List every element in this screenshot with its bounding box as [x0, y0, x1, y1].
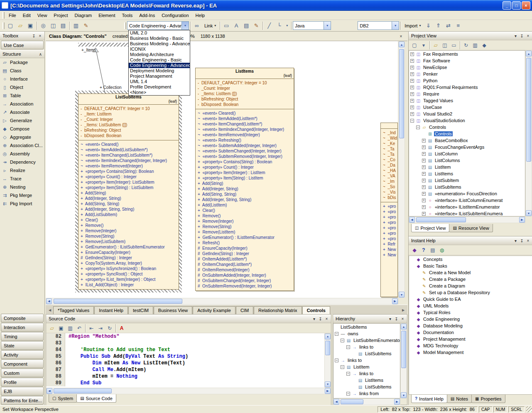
expand-icon[interactable]: +	[410, 72, 414, 76]
project-view-menu-button[interactable]: ▾	[512, 33, 519, 39]
project-node-visual-studio2[interactable]: +◫Visual Studio2	[409, 111, 525, 117]
project-node-tagged-values[interactable]: +◫Tagged Values	[409, 97, 525, 104]
class-box-partial[interactable]: ~ _Ind~ _Wid~ _Ke~ _Ta~ _Ta~ _Co~ _Da~ _…	[380, 123, 398, 297]
expand-icon[interactable]: +	[422, 159, 426, 162]
menu-element[interactable]: Element	[95, 12, 118, 19]
class-box-listitems[interactable]: ListItems{leaf}- DEFAULT_CAPACITY: Integ…	[195, 68, 294, 291]
export-code-button[interactable]: ⇑	[433, 21, 443, 30]
project-node-fax-requirments[interactable]: +◫Fax Requirments	[409, 51, 525, 57]
project-node-listcolumns[interactable]: +▤ListColumns	[409, 157, 525, 164]
project-node-neweclipse[interactable]: +◫NewEclipse	[409, 64, 525, 71]
project-node-penker[interactable]: +◫Penker	[409, 71, 525, 77]
scroll-down-button[interactable]: ▼	[399, 292, 405, 297]
toolbox-item-class[interactable]: ▤Class	[0, 66, 44, 75]
refresh-source-button[interactable]: ↻	[105, 324, 114, 332]
expand-icon[interactable]: +	[422, 185, 426, 189]
hierarchy-node-links-to[interactable]: −→links to	[333, 344, 400, 350]
expand-icon[interactable]: +	[422, 192, 426, 196]
diagram-vertical-scrollbar[interactable]: ▲▼	[398, 41, 405, 298]
diagram-horizontal-scrollbar[interactable]: ◀▶	[46, 298, 398, 305]
help-item-database-modeling[interactable]: ◆Database Modeling	[409, 322, 532, 329]
menu-configuration[interactable]: Configuration	[158, 12, 192, 19]
menu-add-ins[interactable]: Add-Ins	[136, 12, 158, 19]
scrollbar-thumb[interactable]	[399, 49, 404, 138]
minimize-button[interactable]: _	[503, 1, 511, 10]
toolbox-item-associate[interactable]: ↗Associate	[0, 108, 44, 116]
toolbox-item-association[interactable]: →Association	[0, 100, 44, 108]
note-button[interactable]: ▤	[241, 21, 251, 30]
perspective-option-code-engineering-basic[interactable]: Code Engineering - Basic	[129, 57, 190, 63]
tab-source-code[interactable]: ▤Source Code	[76, 394, 116, 403]
document-tab-relationship-matrix[interactable]: Relationship Matrix	[254, 306, 302, 314]
expand-icon[interactable]: +	[410, 79, 414, 83]
toolbox-item-association-cl[interactable]: ⊕Association Cl...	[0, 141, 44, 150]
scroll-right-button[interactable]: ▶	[519, 217, 525, 223]
document-tab-activity-example[interactable]: Activity Example	[193, 306, 235, 314]
paste-button[interactable]: ▥	[66, 324, 75, 332]
perspective-option-uml-2-0[interactable]: UML 2.0	[129, 30, 190, 36]
collapse-icon[interactable]: −	[410, 119, 414, 123]
document-tab-cim[interactable]: CIM	[236, 306, 253, 314]
project-node-listcolumn[interactable]: +▤ListColumn	[409, 150, 525, 157]
perspective-combo-arrow[interactable]: ▼	[181, 22, 189, 30]
help-item-set-up-a-database-repository[interactable]: ✎Set up a Database Repository	[409, 289, 532, 296]
help-item-create-a-diagram[interactable]: ✎Create a Diagram	[409, 283, 532, 289]
link-dropdown-button[interactable]: Link ▾	[202, 21, 218, 30]
expand-icon[interactable]: +	[422, 179, 426, 182]
toolbox-item-pkg-import[interactable]: ⇇Pkg Import	[0, 199, 44, 208]
code-vertical-scrollbar[interactable]: ▲▼	[324, 333, 331, 388]
document-tab-business-view[interactable]: Business View	[154, 306, 192, 314]
project-node-listitem[interactable]: +▤ListItem	[409, 164, 525, 170]
toolbox-section-structure[interactable]: Structure ∧	[0, 50, 44, 58]
toolbox-pin-button[interactable]: ↧	[31, 33, 37, 39]
link-icon-button[interactable]: ∞	[192, 21, 202, 30]
perspective-option-modeling-architecture[interactable]: Modeling Architecture	[129, 52, 190, 57]
code-options-button[interactable]: ≡	[453, 21, 463, 30]
toolbox-item-generalize[interactable]: ▷Generalize	[0, 116, 44, 125]
project-view-pin-button[interactable]: ↧	[519, 33, 525, 39]
perspective-option-code-engineering-advanced[interactable]: Code Engineering - Advanced	[129, 63, 190, 68]
help-item-concepts[interactable]: ◆Concepts	[409, 256, 532, 263]
collapse-icon[interactable]: −	[346, 345, 350, 349]
perspective-option-iconix[interactable]: ICONIX	[129, 47, 190, 52]
toolbox-section-profile[interactable]: Profile	[1, 378, 44, 386]
import-code-button[interactable]: ⇓	[423, 21, 433, 30]
source-code-pin-button[interactable]: ↧	[317, 316, 324, 322]
menu-diagram[interactable]: Diagram	[71, 12, 96, 19]
open-project-button[interactable]: ▱	[15, 21, 25, 30]
toolbox-item-package[interactable]: ▱Package	[0, 58, 44, 66]
document-tab-instant-help[interactable]: Instant Help	[94, 306, 128, 314]
connector-style-button[interactable]: └	[274, 21, 284, 30]
hierarchy-close-button[interactable]: ×	[400, 316, 406, 322]
help-item-uml-models[interactable]: ◆UML Models	[409, 302, 532, 309]
text-button[interactable]: A	[231, 21, 241, 30]
hierarchy-node-listitems[interactable]: ▤ListItems	[333, 377, 400, 384]
scroll-left-button[interactable]: ◀	[47, 388, 52, 394]
toolbox-item-aggregate[interactable]: ◇Aggregate	[0, 133, 44, 141]
scroll-down-button[interactable]: ▼	[325, 381, 331, 387]
toolbox-item-assembly[interactable]: ◎Assembly	[0, 150, 44, 158]
project-node-controls[interactable]: ⊞Controls	[409, 130, 525, 137]
database-combo[interactable]: DB2 ▼	[358, 21, 399, 30]
scroll-left-button[interactable]: ◀	[409, 217, 415, 223]
scrollbar-thumb[interactable]	[325, 341, 330, 355]
project-node-fax-software[interactable]: +◫Fax Software	[409, 57, 525, 64]
collapse-icon[interactable]: −	[346, 372, 350, 376]
tab-scroll-right-button[interactable]: ▶	[400, 306, 407, 314]
web-button[interactable]: ◍	[437, 246, 446, 254]
new-model-button[interactable]: ▢	[410, 41, 419, 49]
expand-icon[interactable]: +	[410, 106, 414, 109]
line-style-button[interactable]: ╱	[264, 21, 274, 30]
expand-icon[interactable]: +	[422, 152, 426, 156]
new-project-button[interactable]: ▢	[5, 21, 15, 30]
project-node-visualstudiosolution[interactable]: −◫VisualStudioSolution	[409, 117, 525, 124]
expand-icon[interactable]: +	[422, 212, 426, 216]
scroll-right-button[interactable]: ▶	[392, 298, 398, 304]
source-code-menu-button[interactable]: ▾	[311, 316, 317, 322]
add-element-button[interactable]: ▭	[449, 41, 458, 49]
notes-button[interactable]: ▥	[71, 21, 81, 30]
build-button[interactable]: ◆	[480, 41, 489, 49]
hierarchy-pin-button[interactable]: ↧	[393, 316, 400, 322]
report-button[interactable]: ▥	[471, 41, 480, 49]
import-dropdown-button[interactable]: Import ▾	[402, 21, 423, 30]
